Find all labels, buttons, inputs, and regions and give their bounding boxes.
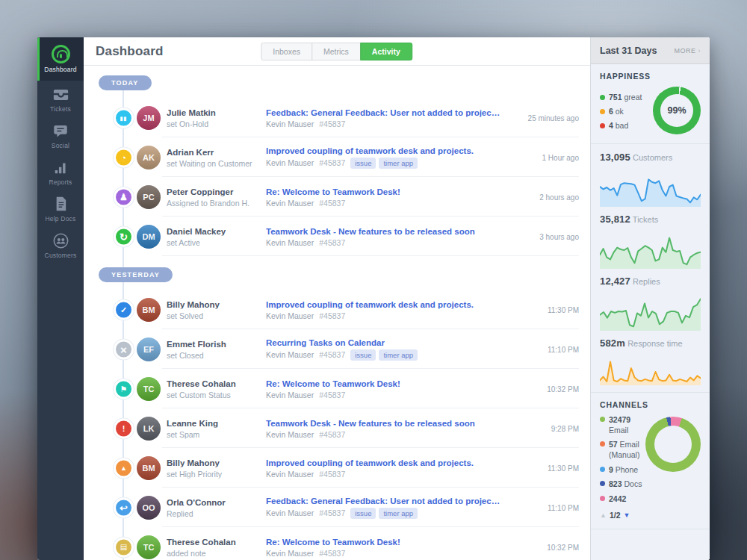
pause-icon: ▮▮ bbox=[114, 108, 134, 128]
activity-row[interactable]: ♟ PC Peter Coppinger Assigned to Brandon… bbox=[84, 177, 590, 217]
avatar: OO bbox=[137, 496, 161, 520]
refresh-icon: ↻ bbox=[114, 226, 134, 246]
happiness-legend-item: 4 bad bbox=[600, 121, 653, 130]
sidebar-item-customers[interactable]: Customers bbox=[37, 227, 84, 264]
user-name: Therese Cohalan bbox=[167, 537, 261, 546]
teamwork-desk-logo-icon bbox=[52, 45, 70, 63]
user-name: Orla O'Connor bbox=[167, 497, 261, 506]
ticket-ref: #45837 bbox=[319, 198, 345, 207]
ticket-subject-link[interactable]: Teamwork Desk - New features to be relea… bbox=[266, 418, 502, 427]
legend-dot-icon bbox=[600, 95, 605, 100]
tag[interactable]: timer app bbox=[379, 508, 418, 519]
activity-row[interactable]: ▤ TC Therese Cohalan added note Re: Welc… bbox=[84, 527, 590, 560]
sidebar-item-tickets[interactable]: Tickets bbox=[37, 81, 84, 117]
activity-row[interactable]: ⚑ TC Therese Cohalan set Custom Status R… bbox=[84, 369, 590, 408]
action-label: set Closed bbox=[167, 350, 261, 359]
event-glyph: ♟ bbox=[120, 193, 128, 202]
timestamp: 11:30 PM bbox=[548, 464, 579, 472]
avatar: DM bbox=[137, 225, 161, 249]
activity-row[interactable]: ✓ BM Billy Mahony set Solved Improved co… bbox=[84, 290, 590, 329]
page-title: Dashboard bbox=[96, 44, 164, 59]
ticket-subject-link[interactable]: Feedback: General Feedback: User not add… bbox=[266, 108, 502, 116]
ticket-subject-link[interactable]: Re: Welcome to Teamwork Desk! bbox=[266, 187, 502, 196]
ticket-subject-link[interactable]: Improved coupling of teamwork desk and p… bbox=[266, 146, 502, 155]
sidebar-item-dashboard[interactable]: Dashboard bbox=[37, 37, 84, 81]
sidebar-item-reports[interactable]: Reports bbox=[37, 154, 84, 190]
channels-legend-item: 2442 bbox=[600, 494, 645, 505]
ticket-subject-link[interactable]: Re: Welcome to Teamwork Desk! bbox=[266, 537, 502, 546]
channels-legend-item: 823 Docs bbox=[600, 479, 645, 490]
ticket-subject-link[interactable]: Re: Welcome to Teamwork Desk! bbox=[266, 379, 502, 388]
tag[interactable]: timer app bbox=[379, 158, 418, 169]
more-link[interactable]: MORE › bbox=[674, 47, 701, 55]
reply-icon: ↩ bbox=[114, 497, 134, 517]
activity-row[interactable]: × EF Emmet Florish set Closed Recurring … bbox=[84, 329, 590, 369]
legend-dot-icon bbox=[600, 123, 605, 128]
action-label: set Active bbox=[167, 237, 261, 246]
ticket-ref: #45837 bbox=[319, 508, 345, 517]
legend-dot-icon bbox=[600, 467, 605, 472]
inbox-icon bbox=[53, 87, 69, 101]
ticket-ref: #45837 bbox=[319, 158, 345, 167]
sparkline-chart bbox=[600, 290, 701, 331]
tab-activity[interactable]: Activity bbox=[360, 43, 412, 60]
tag[interactable]: timer app bbox=[379, 349, 418, 361]
ticket-subject-link[interactable]: Improved coupling of teamwork desk and p… bbox=[266, 299, 502, 308]
sidebar-item-label: Reports bbox=[49, 178, 72, 186]
assignee-name: Kevin Mauser bbox=[266, 119, 314, 128]
warning-icon: ▲ bbox=[114, 458, 134, 478]
happiness-title: HAPPINESS bbox=[600, 72, 701, 81]
people-icon bbox=[53, 233, 69, 249]
legend-dot-icon bbox=[600, 109, 605, 114]
happiness-donut-chart: 99% bbox=[653, 87, 701, 134]
activity-row[interactable]: ! LK Leanne King set Spam Teamwork Desk … bbox=[84, 408, 590, 448]
stat-value: 13,095 bbox=[600, 152, 630, 163]
event-glyph: ▲ bbox=[120, 464, 127, 471]
ticket-subject-link[interactable]: Improved coupling of teamwork desk and p… bbox=[266, 458, 502, 467]
date-badge-today: TODAY bbox=[99, 75, 152, 90]
tag[interactable]: issue bbox=[350, 508, 376, 519]
event-glyph: ⚑ bbox=[120, 385, 128, 393]
activity-row[interactable]: ↻ DM Daniel Mackey set Active Teamwork D… bbox=[84, 217, 590, 256]
timestamp: 25 minutes ago bbox=[528, 113, 579, 122]
stat-label: Customers bbox=[633, 153, 672, 162]
sparkline-chart bbox=[600, 167, 701, 207]
activity-row[interactable]: ▲ BM Billy Mahony set High Priority Impr… bbox=[84, 448, 590, 488]
happiness-section: 751 great6 ok4 bad 99% bbox=[600, 87, 701, 134]
timestamp: 11:10 PM bbox=[548, 503, 579, 511]
stat-label: Tickets bbox=[633, 215, 658, 224]
ticket-subject-link[interactable]: Feedback: General Feedback: User not add… bbox=[266, 497, 502, 505]
assignee-name: Kevin Mauser bbox=[266, 237, 314, 246]
action-label: set Custom Status bbox=[167, 390, 261, 399]
event-glyph: ▮▮ bbox=[120, 115, 128, 120]
sidebar-item-help-docs[interactable]: Help Docs bbox=[37, 190, 84, 227]
activity-row[interactable]: ▮▮ JM Julie Matkin set On-Hold Feedback:… bbox=[84, 98, 590, 137]
tag[interactable]: issue bbox=[350, 158, 376, 169]
tab-inboxes[interactable]: Inboxes bbox=[261, 43, 312, 60]
ticket-ref: #45837 bbox=[319, 237, 345, 246]
ticket-subject-link[interactable]: Recurring Tasks on Calendar bbox=[266, 338, 502, 347]
flag-icon: ⚑ bbox=[114, 379, 134, 399]
channels-pager: ▲ 1/2 ▼ bbox=[600, 511, 701, 520]
happiness-percent: 99% bbox=[660, 94, 693, 127]
page-down-icon[interactable]: ▼ bbox=[624, 511, 630, 519]
section-badge-wrap: YESTERDAY bbox=[99, 267, 590, 282]
sidebar-item-label: Social bbox=[52, 142, 69, 149]
page-up-icon[interactable]: ▲ bbox=[600, 511, 607, 519]
activity-row[interactable]: ◔ AK Adrian Kerr set Waiting on Customer… bbox=[84, 137, 590, 177]
activity-row[interactable]: ↩ OO Orla O'Connor Replied Feedback: Gen… bbox=[84, 488, 590, 527]
person-icon: ♟ bbox=[114, 187, 134, 207]
check-icon: ✓ bbox=[114, 299, 134, 320]
event-glyph: × bbox=[120, 343, 127, 355]
user-name: Julie Matkin bbox=[167, 108, 261, 116]
sidebar-item-social[interactable]: Social bbox=[37, 117, 84, 154]
ticket-subject-link[interactable]: Teamwork Desk - New features to be relea… bbox=[266, 226, 502, 235]
assignee-name: Kevin Mauser bbox=[266, 198, 314, 207]
sidebar-item-label: Customers bbox=[45, 252, 77, 259]
tag[interactable]: issue bbox=[350, 349, 376, 361]
desktop-background: Dashboard Tickets Social Reports Help Do… bbox=[0, 0, 747, 560]
clock-icon: ◔ bbox=[114, 147, 134, 167]
tab-metrics[interactable]: Metrics bbox=[311, 43, 361, 60]
activity-feed: TODAY ▮▮ JM Julie Matkin set On-Hold Fee… bbox=[84, 66, 590, 560]
timestamp: 10:32 PM bbox=[547, 385, 579, 393]
